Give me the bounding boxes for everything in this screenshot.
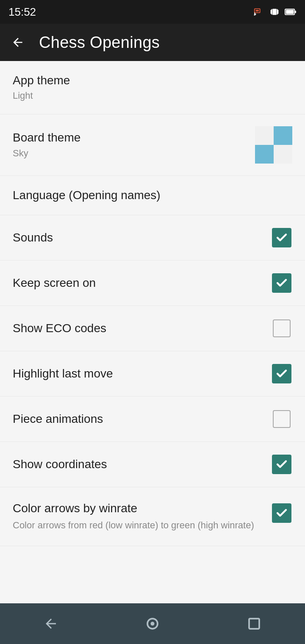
setting-keep-screen-on[interactable]: Keep screen on: [0, 261, 305, 306]
back-button[interactable]: [8, 33, 27, 52]
svg-point-12: [151, 622, 155, 626]
keep-screen-on-checkbox[interactable]: [271, 272, 292, 294]
svg-rect-1: [256, 10, 259, 11]
app-bar: Chess Openings: [0, 24, 305, 61]
coordinates-label-group: Show coordinates: [13, 457, 271, 472]
piece-animations-unchecked: [273, 410, 291, 428]
language-label-group: Language (Opening names): [13, 188, 292, 203]
piece-animations-checkbox[interactable]: [271, 408, 292, 430]
sounds-checkbox[interactable]: [271, 227, 292, 248]
board-theme-value: Sky: [13, 147, 247, 160]
coordinates-checkbox[interactable]: [271, 454, 292, 475]
color-arrows-checkbox[interactable]: [271, 502, 292, 524]
setting-sounds[interactable]: Sounds: [0, 215, 305, 261]
eco-codes-unchecked: [273, 319, 291, 337]
status-bar: 15:52: [0, 0, 305, 24]
status-time: 15:52: [8, 6, 36, 19]
sounds-label-group: Sounds: [13, 230, 271, 245]
color-arrows-description: Color arrows from red (low winrate) to g…: [13, 519, 263, 532]
app-theme-label-group: App theme Light: [13, 73, 292, 102]
setting-board-theme[interactable]: Board theme Sky: [0, 114, 305, 176]
highlight-checkbox[interactable]: [271, 363, 292, 384]
piece-animations-label: Piece animations: [13, 411, 263, 427]
language-label: Language (Opening names): [13, 188, 284, 203]
highlight-label: Highlight last move: [13, 366, 263, 381]
color-arrows-checked: [272, 503, 291, 523]
board-theme-label-group: Board theme Sky: [13, 130, 255, 159]
nav-home-button[interactable]: [136, 607, 169, 641]
setting-show-coordinates[interactable]: Show coordinates: [0, 442, 305, 487]
svg-point-2: [254, 14, 255, 16]
keep-screen-on-label-group: Keep screen on: [13, 275, 271, 291]
coordinates-label: Show coordinates: [13, 457, 263, 472]
board-theme-preview: [255, 126, 292, 164]
board-theme-label: Board theme: [13, 130, 247, 145]
app-bar-title: Chess Openings: [39, 33, 160, 52]
svg-rect-13: [249, 619, 259, 629]
sounds-checkbox-checked: [272, 228, 291, 247]
svg-rect-3: [272, 9, 276, 15]
battery-icon: [285, 7, 297, 17]
setting-highlight-last-move[interactable]: Highlight last move: [0, 351, 305, 397]
nav-back-button[interactable]: [34, 607, 68, 641]
sounds-label: Sounds: [13, 230, 263, 245]
eco-codes-checkbox[interactable]: [271, 318, 292, 339]
keep-screen-on-label: Keep screen on: [13, 275, 263, 291]
settings-content: App theme Light Board theme Sky Language…: [0, 61, 305, 603]
color-arrows-label: Color arrows by winrate: [13, 501, 263, 516]
app-theme-value: Light: [13, 90, 284, 102]
status-icons: [252, 7, 297, 17]
board-cell-tl: [255, 126, 274, 145]
setting-color-arrows[interactable]: Color arrows by winrate Color arrows fro…: [0, 487, 305, 546]
setting-language[interactable]: Language (Opening names): [0, 176, 305, 215]
cast-icon: [252, 7, 264, 17]
coordinates-checked: [272, 455, 291, 474]
highlight-label-group: Highlight last move: [13, 366, 271, 381]
svg-rect-9: [286, 10, 294, 14]
board-cell-br: [274, 145, 292, 164]
piece-animations-label-group: Piece animations: [13, 411, 271, 427]
highlight-checked: [272, 364, 291, 383]
board-cell-tr: [274, 126, 292, 145]
board-cell-bl: [255, 145, 274, 164]
color-arrows-label-group: Color arrows by winrate Color arrows fro…: [13, 501, 271, 532]
svg-rect-10: [294, 11, 296, 13]
vibrate-icon: [269, 7, 280, 17]
eco-codes-label-group: Show ECO codes: [13, 321, 271, 336]
keep-screen-on-checked: [272, 273, 291, 293]
setting-app-theme[interactable]: App theme Light: [0, 61, 305, 114]
app-theme-label: App theme: [13, 73, 284, 88]
nav-bar: [0, 603, 305, 644]
nav-recents-button[interactable]: [237, 607, 271, 641]
setting-piece-animations[interactable]: Piece animations: [0, 397, 305, 442]
setting-show-eco-codes[interactable]: Show ECO codes: [0, 306, 305, 351]
eco-codes-label: Show ECO codes: [13, 321, 263, 336]
